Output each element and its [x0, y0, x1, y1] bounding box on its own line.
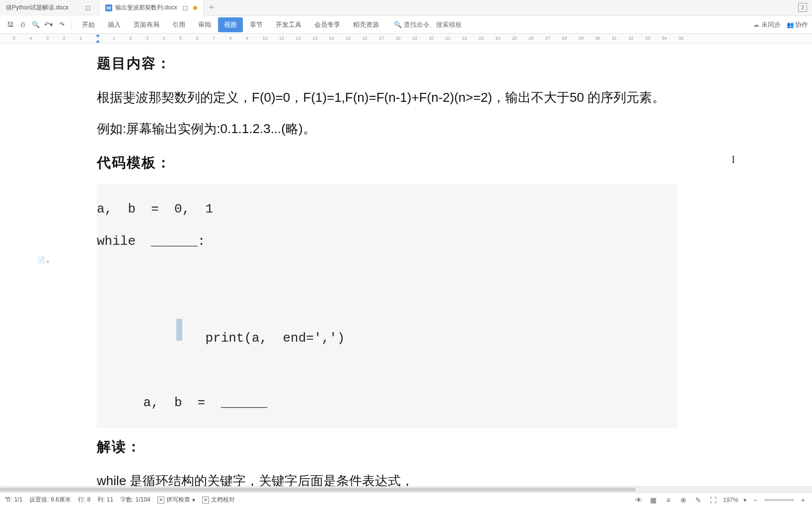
page-view-icon[interactable]: ▦ [649, 495, 659, 505]
ruler-tick: 34 [662, 36, 667, 41]
separator [72, 19, 72, 30]
focus-view-icon[interactable]: ⛶ [708, 495, 718, 505]
tab-1[interactable]: 级Python试题解读.docx ⊡ [0, 0, 99, 16]
zoom-slider[interactable] [764, 499, 794, 501]
ruler-tick: 15 [346, 36, 351, 41]
menu-review[interactable]: 审阅 [192, 17, 217, 32]
menu-member[interactable]: 会员专享 [308, 17, 346, 32]
heading-template: 代码模板： [97, 146, 678, 179]
read-view-icon[interactable]: ✎ [693, 495, 703, 505]
ruler-tick: 9 [246, 36, 248, 41]
modified-dot-icon [193, 6, 197, 10]
document-body[interactable]: 题目内容： 根据斐波那契数列的定义，F(0)=0，F(1)=1,F(n)=F(n… [97, 45, 678, 492]
toolbar-right: 未同步 协作 [753, 20, 808, 29]
ruler-tick: 1 [79, 36, 82, 41]
tab-title: 输出斐波那契数列.docx [115, 3, 177, 12]
ruler-indent-top-icon[interactable] [96, 35, 100, 38]
ruler-tick: 31 [612, 36, 617, 41]
ruler-tick: 4 [30, 36, 32, 41]
page-thumbnail-icon[interactable] [37, 256, 45, 266]
ruler-tick: 19 [412, 36, 417, 41]
ruler-tick: 21 [445, 36, 450, 41]
code-block: a, b = 0, 1 while ______: print(a, end='… [97, 184, 678, 428]
status-section[interactable]: 节: 1/1 [5, 496, 22, 504]
horizontal-scrollbar[interactable] [0, 486, 812, 492]
status-words[interactable]: 字数: 1/104 [120, 496, 150, 504]
zoom-level[interactable]: 197% [723, 497, 738, 504]
eye-view-icon[interactable]: 👁 [634, 495, 644, 505]
menu-page-layout[interactable]: 页面布局 [128, 17, 165, 32]
scroll-thumb[interactable] [0, 488, 636, 492]
code-line-1: a, b = 0, 1 [97, 193, 678, 225]
tab-count-badge[interactable]: 2 [798, 3, 807, 12]
ruler-tick: 4 [163, 36, 165, 41]
ruler-tick: 22 [462, 36, 467, 41]
page-thumbnail-caret-icon[interactable]: ▾ [47, 259, 49, 264]
status-col[interactable]: 列: 11 [97, 496, 113, 504]
zoom-in-button[interactable]: + [799, 496, 807, 504]
menu-docer[interactable]: 稻壳资源 [347, 17, 385, 32]
status-bar: 节: 1/1 设置值: 9.6厘米 行: 8 列: 11 字数: 1/104 ✕… [0, 492, 812, 507]
ruler-tick: 1 [113, 36, 115, 41]
ruler-tick: 6 [196, 36, 199, 41]
x-box-icon: ✕ [157, 497, 164, 504]
ribbon-toolbar: 🖫 ⎙ 🔍 ↶▾ ↷ 开始 插入 页面布局 引用 审阅 视图 章节 开发工具 会… [0, 16, 812, 34]
ruler-tick: 5 [13, 36, 15, 41]
ruler-tick: 12 [296, 36, 301, 41]
code-line-4: a, b = ______ [97, 387, 678, 419]
text-selection [176, 319, 182, 341]
tab-close-icon[interactable]: ⊡ [83, 4, 93, 12]
collab-button[interactable]: 协作 [787, 20, 808, 29]
ruler-tick: 11 [279, 36, 284, 41]
status-line[interactable]: 行: 8 [78, 496, 90, 504]
tab-bar: 级Python试题解读.docx ⊡ W 输出斐波那契数列.docx ⊡ + 2 [0, 0, 812, 16]
ruler-tick: 5 [179, 36, 182, 41]
zoom-out-button[interactable]: − [751, 496, 759, 504]
menu-insert[interactable]: 插入 [102, 17, 127, 32]
redo-icon[interactable]: ↷ [56, 19, 68, 31]
ruler-tick: 29 [579, 36, 584, 41]
code-line-2: while ______: [97, 225, 678, 258]
dropdown-caret-icon: ▾ [192, 497, 195, 504]
ruler-tick: 30 [595, 36, 600, 41]
zoom-caret-icon[interactable]: ▾ [743, 497, 746, 504]
web-view-icon[interactable]: ⊕ [678, 495, 688, 505]
heading-problem: 题目内容： [97, 47, 678, 80]
menu-references[interactable]: 引用 [166, 17, 191, 32]
doc-proof-button[interactable]: ✕ 文档校对 [202, 496, 235, 504]
ruler-tick: 25 [512, 36, 517, 41]
ruler-indent-bottom-icon[interactable] [96, 40, 100, 43]
horizontal-ruler[interactable]: 5432112345678910111213141516171819202122… [0, 34, 812, 44]
heading-explain: 解读： [97, 430, 678, 463]
command-search[interactable]: 🔍 [394, 21, 473, 28]
spell-check-button[interactable]: ✕ 拼写检查 ▾ [157, 496, 195, 504]
print-preview-icon[interactable]: 🔍 [30, 19, 42, 31]
ruler-tick: 2 [130, 36, 132, 41]
problem-paragraph: 根据斐波那契数列的定义，F(0)=0，F(1)=1,F(n)=F(n-1)+F(… [97, 82, 678, 144]
ruler-tick: 20 [429, 36, 434, 41]
ruler-tick: 28 [562, 36, 567, 41]
menu-section[interactable]: 章节 [244, 17, 269, 32]
ruler-tick: 8 [229, 36, 232, 41]
outline-view-icon[interactable]: ≡ [664, 495, 673, 505]
status-setting[interactable]: 设置值: 9.6厘米 [29, 496, 71, 504]
save-icon[interactable]: 🖫 [4, 19, 16, 31]
search-input[interactable] [404, 21, 473, 28]
menu-view[interactable]: 视图 [218, 17, 243, 32]
menu-dev-tools[interactable]: 开发工具 [270, 17, 307, 32]
new-tab-button[interactable]: + [204, 2, 220, 13]
menu-start[interactable]: 开始 [76, 17, 101, 32]
tab-close-icon[interactable]: ⊡ [180, 4, 190, 12]
status-right: 👁 ▦ ≡ ⊕ ✎ ⛶ 197% ▾ − + [634, 495, 807, 505]
print-icon[interactable]: ⎙ [17, 19, 29, 31]
code-line-3: print(a, end=',') [97, 258, 678, 387]
sync-status[interactable]: 未同步 [753, 20, 781, 29]
tab-2[interactable]: W 输出斐波那契数列.docx ⊡ [99, 0, 204, 16]
word-doc-icon: W [105, 4, 112, 11]
ruler-tick: 3 [146, 36, 148, 41]
ruler-tick: 33 [645, 36, 650, 41]
undo-icon[interactable]: ↶▾ [43, 19, 55, 31]
ruler-tick: 27 [545, 36, 550, 41]
ruler-tick: 3 [46, 36, 49, 41]
ruler-tick: 32 [629, 36, 634, 41]
